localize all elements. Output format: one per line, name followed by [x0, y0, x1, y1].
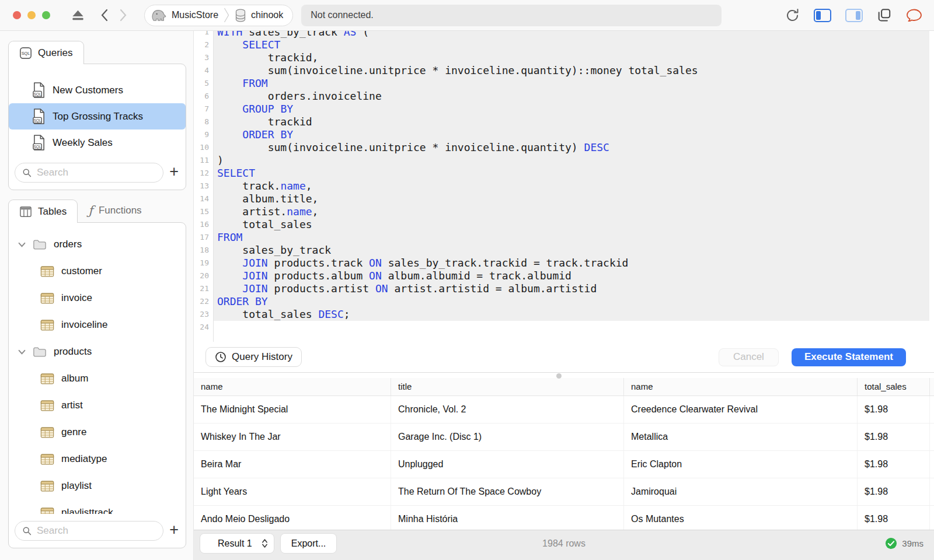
table-icon — [40, 373, 54, 385]
tree-item-invoice[interactable]: invoice — [9, 285, 186, 312]
sql-text: , — [312, 205, 319, 218]
column-header-name[interactable]: name — [194, 378, 391, 396]
query-history-button[interactable]: Query History — [205, 347, 302, 367]
code-line[interactable]: ORDER BY — [214, 128, 929, 141]
code-line[interactable]: SELECT — [214, 38, 929, 51]
svg-text:SQL: SQL — [33, 118, 41, 123]
tree-item-products[interactable]: products — [9, 338, 186, 365]
tab-tables[interactable]: Tables — [8, 200, 78, 223]
table-row[interactable]: Light YearsThe Return Of The Space Cowbo… — [194, 478, 934, 506]
tree-item-playlist[interactable]: playlist — [9, 473, 186, 499]
code-line[interactable]: artist.name, — [214, 205, 929, 218]
code-line[interactable]: ) — [214, 154, 929, 167]
toggle-left-sidebar-button[interactable] — [814, 9, 831, 22]
code-line[interactable]: WITH sales_by_track AS ( — [214, 31, 929, 38]
code-line[interactable]: album.title, — [214, 192, 929, 205]
tree-item-album[interactable]: album — [9, 365, 186, 392]
code-line[interactable]: total_sales — [214, 218, 929, 231]
line-number: 9 — [194, 128, 213, 141]
table-cell: Metallica — [624, 424, 858, 450]
chevron-down-icon[interactable] — [18, 242, 26, 247]
column-header-name[interactable]: name — [624, 378, 858, 396]
query-item[interactable]: SQL Weekly Sales — [9, 130, 186, 156]
breadcrumb[interactable]: MusicStore chinook — [144, 5, 293, 26]
tree-item-artist[interactable]: artist — [9, 392, 186, 419]
line-number: 5 — [194, 77, 213, 90]
feedback-button[interactable] — [906, 8, 922, 23]
tables-search-input[interactable] — [37, 525, 156, 537]
query-item[interactable]: SQL New Customers — [9, 77, 186, 103]
sql-editor[interactable]: 123456789101112131415161718192021222324 … — [194, 31, 934, 342]
connection-status: Not connected. — [301, 5, 722, 26]
line-number: 10 — [194, 141, 213, 154]
result-selector[interactable]: Result 1 — [200, 533, 274, 554]
cancel-button[interactable]: Cancel — [719, 348, 779, 366]
breadcrumb-server[interactable]: MusicStore — [172, 10, 218, 20]
add-query-button[interactable]: + — [167, 164, 181, 182]
query-item-label: New Customers — [53, 85, 123, 96]
splitter-handle-icon[interactable] — [556, 373, 562, 379]
queries-search[interactable] — [15, 163, 163, 183]
code-line[interactable]: JOIN products.track ON sales_by_track.tr… — [214, 257, 929, 270]
code-line[interactable] — [214, 321, 929, 334]
tables-search[interactable] — [15, 521, 163, 541]
table-row[interactable]: Beira MarUnpluggedEric Clapton$1.98 — [194, 451, 934, 478]
code-line[interactable]: GROUP BY — [214, 103, 929, 116]
tab-queries[interactable]: SQL Queries — [8, 41, 84, 64]
execute-statement-button[interactable]: Execute Statement — [792, 348, 906, 366]
code-line[interactable]: FROM — [214, 77, 929, 90]
query-item[interactable]: SQL Top Grossing Tracks — [9, 103, 186, 130]
code-line[interactable]: JOIN products.artist ON artist.artistid … — [214, 282, 929, 295]
code-line[interactable]: FROM — [214, 231, 929, 244]
code-line[interactable]: trackid — [214, 116, 929, 128]
code-line[interactable]: sum(invoiceline.unitprice * invoiceline.… — [214, 64, 929, 77]
code-line[interactable]: ORDER BY — [214, 295, 929, 308]
export-button[interactable]: Export... — [280, 533, 337, 554]
column-header-total_sales[interactable]: total_sales — [858, 378, 930, 396]
column-header-title[interactable]: title — [391, 378, 624, 396]
code-line[interactable]: JOIN products.album ON album.albumid = t… — [214, 270, 929, 282]
add-table-button[interactable]: + — [167, 522, 181, 540]
toggle-right-sidebar-button[interactable] — [845, 9, 863, 22]
tab-functions[interactable]: ƒ Functions — [78, 199, 152, 222]
code-line[interactable]: sum(invoiceline.unitprice * invoiceline.… — [214, 141, 929, 154]
tree-item-genre[interactable]: genre — [9, 419, 186, 446]
code-line[interactable]: orders.invoiceline — [214, 90, 929, 103]
windows-button[interactable] — [877, 8, 892, 23]
queries-search-input[interactable] — [37, 167, 156, 178]
code-line[interactable]: SELECT — [214, 167, 929, 180]
table-cell: Jamiroquai — [624, 478, 858, 505]
code-line[interactable]: track.name, — [214, 180, 929, 192]
minimize-window-button[interactable] — [27, 11, 36, 19]
tree-item-customer[interactable]: customer — [9, 258, 186, 285]
windows-icon — [877, 8, 892, 23]
table-row[interactable]: The Midnight SpecialChronicle, Vol. 2Cre… — [194, 396, 934, 424]
tree-item-mediatype[interactable]: mediatype — [9, 446, 186, 473]
tree-item-orders[interactable]: orders — [9, 231, 186, 258]
table-row[interactable]: Whiskey In The JarGarage Inc. (Disc 1)Me… — [194, 424, 934, 451]
sql-file-icon: SQL — [32, 134, 46, 151]
sidebar-left-icon — [814, 9, 831, 22]
code-line[interactable]: total_sales DESC; — [214, 308, 929, 321]
zoom-window-button[interactable] — [42, 11, 50, 19]
back-button[interactable] — [100, 8, 109, 23]
table-row[interactable]: Ando Meio DesligadoMinha HistóriaOs Muta… — [194, 506, 934, 530]
sql-keyword: ORDER BY — [217, 295, 268, 307]
line-number: 16 — [194, 218, 213, 231]
refresh-button[interactable] — [785, 8, 800, 23]
tree-item-invoiceline[interactable]: invoiceline — [9, 312, 186, 338]
eject-disconnect-button[interactable] — [71, 9, 85, 21]
sql-keyword: JOIN — [242, 257, 267, 269]
table-cell-filler — [930, 396, 934, 423]
code-area[interactable]: WITH sales_by_track AS ( SELECT trackid,… — [214, 31, 934, 342]
code-line[interactable]: sales_by_track — [214, 244, 929, 257]
tab-tables-label: Tables — [38, 206, 67, 218]
forward-button[interactable] — [119, 8, 128, 23]
breadcrumb-database[interactable]: chinook — [251, 10, 283, 20]
code-line[interactable]: trackid, — [214, 51, 929, 64]
table-icon — [40, 507, 54, 514]
tree-item-playlisttrack[interactable]: playlisttrack — [9, 499, 186, 514]
chevron-down-icon[interactable] — [18, 349, 26, 355]
close-window-button[interactable] — [13, 11, 21, 19]
splitter[interactable] — [194, 372, 934, 378]
